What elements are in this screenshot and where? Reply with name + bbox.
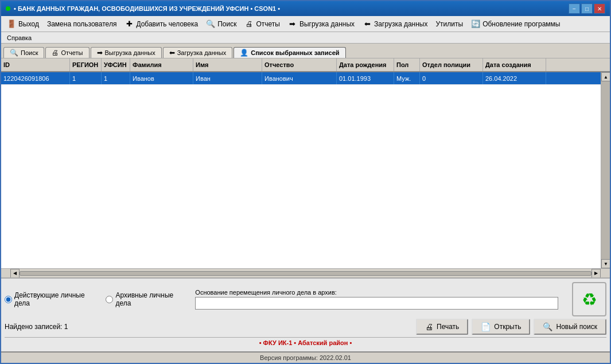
menu-export[interactable]: ➡ Выгрузка данных [285,18,358,30]
vertical-scrollbar[interactable]: ▲ ▼ [601,72,610,268]
export-icon: ➡ [288,19,297,29]
help-bar: Справка [1,32,610,44]
tab-selected-label: Список выбранных записей [251,49,339,56]
bottom-panel: Действующие личные дела Архивные личные … [1,277,610,351]
import-icon: ⬅ [363,19,372,29]
minimize-button[interactable]: − [569,3,580,14]
window-controls: − □ ✕ [569,3,605,14]
col-header-region: РЕГИОН [70,58,102,71]
menu-reports[interactable]: 🖨 Отчеты [241,18,283,30]
new-search-icon: 🔍 [543,322,552,331]
open-icon: 📄 [481,322,491,331]
table-body: 1220426091806 1 1 Иванов Иван [1,72,601,268]
open-label: Открыть [494,323,521,331]
action-buttons: 🖨 Печать 📄 Открыть 🔍 Новый поиск [416,319,606,335]
scroll-down-button[interactable]: ▼ [601,259,610,268]
radio-active[interactable] [5,296,12,303]
col-header-imya: Имя [193,58,262,71]
recycle-icon: ♻ [582,289,597,310]
version-label: Версия программы: 2022.02.01 [260,354,351,361]
menu-utilities[interactable]: Утилиты [433,19,467,29]
close-button[interactable]: ✕ [594,3,605,14]
col-header-ufsin: УФСИН [102,58,130,71]
col-header-id: ID [1,58,70,71]
version-bar: Версия программы: 2022.02.01 [1,351,610,363]
bottom-row-2: Найдено записей: 1 🖨 Печать 📄 Открыть 🔍 … [5,319,606,335]
horizontal-scrollbar[interactable]: ◀ ▶ [1,268,610,277]
tab-export-label: Выгрузка данных [105,49,155,56]
cell-otchestvo: Иванович [262,72,337,84]
cell-region: 1 [70,72,102,84]
menu-help[interactable]: Справка [3,34,35,42]
menu-import-label: Загрузка данных [374,20,427,28]
radio-archive-text: Архивные личные дела [115,291,186,307]
tab-import-label: Загрузка данных [177,49,227,56]
table-header: ID РЕГИОН УФСИН Фамилия Имя Отчество Дат… [1,58,610,72]
menu-import[interactable]: ⬅ Загрузка данных [359,18,431,30]
col-header-familiya: Фамилия [130,58,193,71]
cell-id: 1220426091806 [1,72,70,84]
cell-ufsin: 1 [102,72,130,84]
cell-otdel: 0 [420,72,483,84]
new-search-button[interactable]: 🔍 Новый поиск [534,319,606,335]
cell-familiya: Иванов [130,72,193,84]
scroll-left-button[interactable]: ◀ [10,269,20,278]
scroll-right-button[interactable]: ▶ [591,269,601,278]
toolbar-tabs: 🔍 Поиск 🖨 Отчеты ➡ Выгрузка данных ⬅ Заг… [1,44,610,58]
osnovaniye-input[interactable] [195,297,558,310]
info-text: • ФКУ ИК-1 • Абатский район • [259,339,352,346]
table-scroll-container: 1220426091806 1 1 Иванов Иван [1,72,610,268]
new-search-label: Новый поиск [556,323,597,331]
col-header-otchestvo: Отчество [262,58,337,71]
scroll-track[interactable] [601,81,610,259]
menu-update[interactable]: 🔄 Обновление программы [468,18,563,30]
menu-change-user-label: Замена пользователя [47,20,116,28]
app-icon [6,6,10,11]
radio-archive[interactable] [106,296,113,303]
tab-search-label: Поиск [21,49,38,56]
col-header-otdel: Отдел полиции [420,58,483,71]
cell-pol: Муж. [394,72,420,84]
tab-search-icon: 🔍 [10,49,18,57]
radio-active-text: Действующие личные дела [14,291,96,307]
print-button[interactable]: 🖨 Печать [416,319,468,335]
tab-search[interactable]: 🔍 Поиск [3,47,44,58]
tab-selected-list[interactable]: 👤 Список выбранных записей [233,47,345,58]
recycle-button[interactable]: ♻ [572,282,606,316]
cell-dob: 01.01.1993 [337,72,394,84]
tab-selected-icon: 👤 [240,49,248,57]
tab-reports-icon: 🖨 [52,49,59,57]
menu-add-person-label: Добавить человека [136,20,198,28]
tab-export-icon: ➡ [97,49,103,57]
menu-reports-label: Отчеты [256,20,279,28]
col-header-data-sozd: Дата создания [483,58,546,71]
cell-imya: Иван [193,72,262,84]
search-icon: 🔍 [206,19,215,29]
menu-add-person[interactable]: ✚ Добавить человека [121,18,201,30]
open-button[interactable]: 📄 Открыть [472,319,530,335]
menu-exit[interactable]: 🚪 Выход [3,18,42,30]
menu-bar: 🚪 Выход Замена пользователя ✚ Добавить ч… [1,16,610,32]
hscroll-track[interactable] [20,271,591,276]
found-label: Найдено записей: 1 [5,323,411,331]
bottom-row-1: Действующие личные дела Архивные личные … [5,282,606,316]
radio-archive-label[interactable]: Архивные личные дела [106,291,186,307]
menu-search[interactable]: 🔍 Поиск [203,18,240,30]
scroll-up-button[interactable]: ▲ [601,72,610,81]
table-row[interactable]: 1220426091806 1 1 Иванов Иван [1,72,601,85]
window-title: • БАНК ДАННЫХ ГРАЖДАН, ОСВОБОДИВШИХСЯ ИЗ… [14,5,280,12]
menu-utilities-label: Утилиты [436,20,464,28]
add-person-icon: ✚ [124,19,134,29]
menu-change-user[interactable]: Замена пользователя [44,19,120,29]
update-icon: 🔄 [471,19,480,29]
tab-import[interactable]: ⬅ Загрузка данных [163,47,233,58]
radio-active-label[interactable]: Действующие личные дела [5,291,96,307]
main-window: • БАНК ДАННЫХ ГРАЖДАН, ОСВОБОДИВШИХСЯ ИЗ… [0,0,611,364]
tab-export[interactable]: ➡ Выгрузка данных [91,47,162,58]
info-bar: • ФКУ ИК-1 • Абатский район • [5,337,606,348]
col-header-dob: Дата рождения [337,58,394,71]
reports-icon: 🖨 [244,19,254,29]
menu-update-label: Обновление программы [482,20,560,28]
tab-reports[interactable]: 🖨 Отчеты [45,47,89,58]
restore-button[interactable]: □ [581,3,593,14]
